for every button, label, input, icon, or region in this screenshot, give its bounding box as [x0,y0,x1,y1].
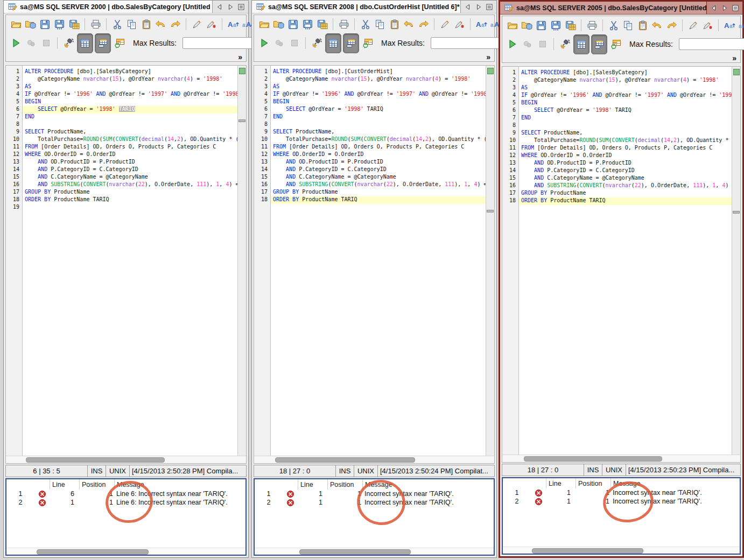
error-line[interactable]: 1 [298,498,327,507]
cut-button[interactable] [110,18,124,31]
error-position[interactable]: 1 [79,490,114,498]
error-row-number[interactable]: 2 [503,497,531,506]
max-results-input[interactable] [183,37,256,49]
error-position[interactable]: 1 [327,490,362,498]
error-position[interactable]: 1 [327,498,362,507]
error-row-number[interactable]: 2 [6,498,34,507]
undo-button[interactable] [650,19,664,32]
save-table-button[interactable] [564,19,577,32]
error-icon-cell[interactable] [283,498,298,507]
format-button[interactable] [190,18,203,31]
editor-hscrollbar[interactable] [254,456,494,463]
error-message[interactable]: Incorrect syntax near 'TARIQ'. [610,497,740,506]
toggle-result-table-button[interactable] [325,33,341,53]
max-results-input[interactable] [431,37,504,49]
paste-button[interactable] [636,19,649,32]
scrollbar-thumb[interactable] [37,549,149,555]
error-message[interactable]: Incorrect syntax near 'TARIQ'. [362,498,494,507]
session-tab[interactable]: sa@MS SQL SERVER 2008 | dbo.CustOrderHis… [252,1,461,13]
error-message[interactable]: Incorrect syntax near 'TARIQ'. [362,490,494,498]
open-session-button[interactable] [520,19,534,32]
refresh-table-button[interactable] [609,38,622,51]
scroll-tabs-left-button[interactable] [710,4,718,12]
scrollbar-thumb[interactable] [524,456,662,462]
error-icon-cell[interactable] [531,497,546,506]
toolbar-overflow-chevron[interactable]: » [732,54,736,62]
scroll-tabs-right-button[interactable] [720,4,729,12]
save-table-button[interactable] [67,18,81,31]
run-all-button[interactable] [272,37,286,50]
run-sql-button[interactable] [506,38,519,51]
error-icon-cell[interactable] [34,490,50,498]
sql-editor[interactable]: 12345678910111213141516171819ALTER PROCE… [5,65,247,464]
save-as-button[interactable] [53,18,66,31]
error-message[interactable]: Incorrect syntax near 'TARIQ'. [610,488,740,497]
stop-button[interactable] [536,38,549,51]
error-position[interactable]: 1 [575,488,610,497]
error-line[interactable]: 1 [546,497,575,506]
format-clean-button[interactable] [701,19,714,32]
error-icon-cell[interactable] [34,498,50,507]
sql-editor[interactable]: 123456789101112131415161718ALTER PROCEDU… [254,65,495,464]
toggle-sticky-result-button[interactable] [591,34,607,54]
code-area[interactable]: ALTER PROCEDURE [dbo].[SalesByCategory] … [519,67,732,455]
run-all-button[interactable] [24,37,38,50]
copy-button[interactable] [125,18,138,31]
open-session-button[interactable] [272,18,285,31]
error-icon-cell[interactable] [531,488,546,497]
open-folder-button[interactable] [506,19,519,32]
error-icon-cell[interactable] [283,490,298,498]
copy-button[interactable] [621,19,635,32]
undo-button[interactable] [154,18,167,31]
error-line[interactable]: 1 [50,498,79,507]
print-button[interactable] [585,19,599,32]
undo-button[interactable] [402,18,416,31]
max-results-input[interactable] [679,38,744,50]
error-message[interactable]: Line 6: Incorrect syntax near 'TARIQ'. [114,498,245,507]
run-sql-button[interactable] [257,37,271,50]
error-line[interactable]: 1 [298,490,327,498]
refresh-table-button[interactable] [113,37,126,50]
stop-button[interactable] [39,37,53,50]
error-row-number[interactable]: 2 [255,498,283,507]
error-message[interactable]: Line 6: Incorrect syntax near 'TARIQ'. [114,490,245,498]
editor-hscrollbar[interactable] [6,456,246,463]
error-position[interactable]: 1 [79,498,114,507]
print-button[interactable] [89,18,102,31]
redo-button[interactable] [665,19,678,32]
open-session-button[interactable] [24,18,37,31]
error-position[interactable]: 1 [575,497,610,506]
error-hscrollbar[interactable] [6,548,245,555]
to-uppercase-button[interactable]: Aa [226,18,240,31]
format-button[interactable] [438,18,452,31]
save-button[interactable] [38,18,52,31]
error-line[interactable]: 1 [546,488,575,497]
error-row-number[interactable]: 1 [503,488,531,497]
save-button[interactable] [535,19,548,32]
format-button[interactable] [686,19,700,32]
to-lowercase-button[interactable]: aA [737,19,744,32]
toggle-result-table-button[interactable] [77,33,93,53]
error-line[interactable]: 6 [50,490,79,498]
reconnect-button[interactable] [558,38,572,51]
stop-button[interactable] [287,37,301,50]
open-folder-button[interactable] [257,18,271,31]
copy-button[interactable] [373,18,387,31]
session-tab[interactable]: sa@MS SQL SERVER 2005 | dbo.SalesByCateg… [500,2,707,14]
run-all-button[interactable] [521,38,534,51]
to-uppercase-button[interactable]: Aa [722,19,736,32]
run-sql-button[interactable] [9,37,23,50]
save-as-button[interactable] [301,18,314,31]
toolbar-overflow-chevron[interactable]: » [238,53,242,61]
toggle-sticky-result-button[interactable] [95,33,111,53]
error-row-number[interactable]: 1 [255,490,283,498]
paste-button[interactable] [388,18,401,31]
format-clean-button[interactable] [453,18,466,31]
paste-button[interactable] [139,18,153,31]
error-row-number[interactable]: 1 [6,490,34,498]
to-uppercase-button[interactable]: Aa [474,18,488,31]
scrollbar-thumb[interactable] [26,457,165,463]
session-tab[interactable]: sa@MS SQL SERVER 2000 | dbo.SalesByCateg… [4,1,213,13]
scroll-tabs-right-button[interactable] [226,3,235,11]
scrollbar-thumb[interactable] [532,548,643,554]
